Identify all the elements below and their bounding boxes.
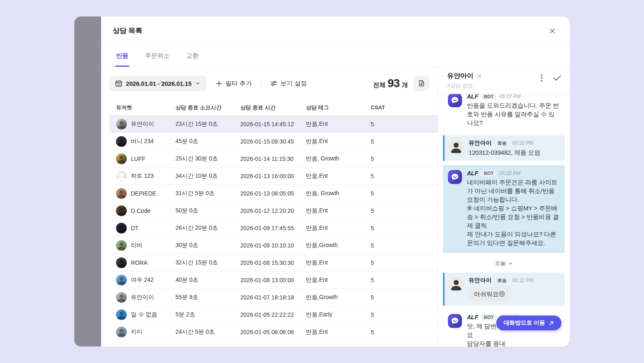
user-avatar	[116, 136, 127, 147]
ended-at-cell: 2026-01-13 16:00:00	[240, 173, 306, 179]
bot-message: ALFBOT05:22 PM네이버페이 주문건은 라룸 사이트가 아닌 네이버를…	[443, 165, 565, 253]
ended-at-cell: 2026-01-09 10:10:10	[240, 242, 306, 249]
csat-cell: 5	[371, 190, 438, 197]
user-name: 버니 234	[131, 138, 154, 145]
column-header-duration: 상담 종료 소요시간	[175, 104, 240, 111]
sender-badge: 회원	[495, 140, 509, 146]
userchat-cell: 지미	[109, 327, 175, 337]
export-button[interactable]	[414, 75, 429, 91]
user-name: 유얀이이	[131, 120, 154, 128]
message-text: 네이버페이 주문건은 라룸 사이트가 아닌 네이버를 통해 취소/반품 요청이 …	[467, 178, 560, 204]
close-icon[interactable]	[547, 26, 557, 36]
message-header: ALFBOT05:22 PM	[467, 170, 560, 177]
message-bubble: 아쉬워요😔	[469, 287, 511, 302]
table-row[interactable]: 하트 12334시간 10분 0초2026-01-13 16:00:00반품,E…	[109, 167, 438, 185]
message-text: 담당자를 응대	[467, 339, 560, 346]
ended-at-cell: 2026-01-09 17:45:55	[240, 225, 306, 231]
tab-exchange[interactable]: 교환	[186, 45, 199, 66]
table-row[interactable]: LUFF25시간 30분 0초2026-01-14 11:15:30반품, Gr…	[109, 150, 438, 167]
message-timestamp: 05:22 PM	[499, 170, 520, 176]
consultation-list-modal: 상담 목록 반품 주문취소 교환 2026.01.01 - 2026.01.15	[101, 16, 570, 346]
add-filter-button[interactable]: 필터 추가	[213, 77, 255, 90]
chat-date-divider[interactable]: 오늘	[443, 259, 565, 267]
ended-at-cell: 2026-01-05 06:06:06	[240, 329, 306, 335]
table-row[interactable]: 여우 24240분 0초2026-01-08 13:00:00반품,Ent5	[109, 271, 438, 289]
sender-name: ALF	[467, 314, 478, 321]
column-header-tags: 상담 태그	[306, 104, 371, 111]
table-row[interactable]: DT26시간 20분 0초2026-01-09 17:45:55반품,Ent5	[109, 219, 438, 237]
table-row[interactable]: 유얀이이55분 8초2026-01-07 18:18:18반품,Growth5	[109, 289, 438, 306]
tab-order-cancel[interactable]: 주문취소	[145, 45, 170, 66]
table-row[interactable]: 리버30분 0초2026-01-09 10:10:10반품,Growth5	[109, 237, 438, 254]
date-range-picker[interactable]: 2026.01.01 - 2026.01.15	[109, 75, 206, 91]
csat-cell: 5	[371, 121, 438, 127]
message-header: 유안아이회원05:22 PM	[469, 139, 560, 147]
date-range-value: 2026.01.01 - 2026.01.15	[126, 80, 192, 87]
tags-cell: 반품,Growth	[306, 242, 371, 249]
message-header: ALFBOT05:22 PM	[467, 94, 560, 100]
tab-returns[interactable]: 반품	[116, 45, 128, 66]
user-avatar	[116, 257, 127, 268]
tab-bar: 반품 주문취소 교환	[101, 45, 570, 67]
userchat-cell: 하트 123	[109, 171, 175, 182]
csat-cell: 5	[371, 138, 438, 145]
message-text: 제 안내가 도움이 되셨나요? 다른 문의가 있다면 질문해주세요.	[467, 230, 560, 247]
chat-panel: 유얀아이 #상담 설명	[438, 67, 570, 346]
column-header-ended-at: 상담 종료 시간	[240, 104, 306, 111]
toolbar-divider	[261, 79, 261, 88]
table-row[interactable]: DEPIEDE31시간 5분 0초2026-01-13 08:05:05반품, …	[109, 185, 438, 202]
sliders-icon	[270, 80, 277, 87]
user-avatar	[116, 188, 127, 199]
user-name: 알 수 없음	[131, 311, 157, 318]
tags-cell: 반품, Growth	[306, 190, 371, 197]
duration-cell: 25시간 30분 0초	[175, 155, 240, 163]
table-row[interactable]: 알 수 없음5분 2초2026-01-05 22:22:22반품,Early5	[109, 306, 438, 323]
table-row[interactable]: D.Code50분 0초2026-01-12 12:20:20반품,Ent5	[109, 202, 438, 219]
message-body: ALFBOT05:22 PM반품을 도와드리겠습니다. 주문 번호와 반품 사유…	[467, 94, 560, 127]
csat-cell: 5	[371, 242, 438, 249]
total-count: 전체 93 개	[373, 77, 408, 90]
goto-chatroom-button[interactable]: 대화방으로 이동	[496, 316, 561, 330]
chat-message-list[interactable]: ALFBOT05:22 PM반품을 도와드리겠습니다. 주문 번호와 반품 사유…	[438, 94, 570, 346]
message-body: 유안아이회원05:22 PM120312-039482, 제품 오염	[469, 139, 560, 157]
modal-content: 2026.01.01 - 2026.01.15 필터 추가	[101, 67, 570, 346]
userchat-cell: LUFF	[109, 153, 175, 164]
sender-name: ALF	[467, 170, 478, 177]
tags-cell: 반품,Early	[306, 311, 371, 318]
table-row[interactable]: 지미24시간 5분 0초2026-01-05 06:06:06반품,Ent5	[109, 323, 438, 341]
table-row[interactable]: 유얀이이23시간 15분 0초2026-01-15 14:45:12반품,Ent…	[109, 116, 438, 133]
column-header-userchat: 유저챗	[109, 104, 175, 111]
userchat-cell: 알 수 없음	[109, 309, 175, 320]
duration-cell: 32시간 15분 0초	[175, 259, 240, 266]
user-name: 지미	[131, 328, 142, 336]
consultation-table: 유저챗 상담 종료 소요시간 상담 종료 시간 상담 태그 CSAT 유얀이이2…	[109, 100, 438, 346]
duration-cell: 5분 2초	[175, 311, 240, 318]
ended-at-cell: 2026-01-12 12:20:20	[240, 207, 306, 214]
message-timestamp: 05:22 PM	[499, 94, 520, 99]
export-file-icon	[418, 80, 425, 87]
chat-user-avatar	[449, 277, 464, 292]
ended-at-cell: 2026-01-15 14:45:12	[240, 121, 306, 127]
duration-cell: 24시간 5분 0초	[175, 328, 240, 336]
check-icon[interactable]	[553, 75, 561, 81]
page-title: 상담 목록	[113, 26, 142, 35]
chat-close-icon[interactable]	[477, 73, 482, 79]
ended-at-cell: 2026-01-15 09:30:45	[240, 138, 306, 145]
user-avatar	[116, 223, 127, 233]
sender-badge: BOT	[481, 94, 496, 100]
csat-cell: 5	[371, 294, 438, 301]
message-text: 120312-039482, 제품 오염	[469, 148, 560, 157]
tags-cell: 반품,Ent	[306, 207, 371, 214]
kebab-menu-icon[interactable]	[541, 74, 542, 82]
csat-cell: 5	[371, 311, 438, 318]
view-settings-button[interactable]: 보기 설정	[267, 77, 310, 90]
chat-panel-header: 유얀아이 #상담 설명	[438, 67, 570, 94]
userchat-cell: RORA	[109, 257, 175, 268]
duration-cell: 50분 0초	[175, 207, 240, 214]
table-row[interactable]: 버니 23445분 0초2026-01-15 09:30:45반품,Ent5	[109, 133, 438, 150]
user-name: 유얀이이	[131, 294, 154, 301]
userchat-cell: DT	[109, 223, 175, 233]
modal-header: 상담 목록	[101, 16, 570, 45]
table-row[interactable]: RORA32시간 15분 0초2026-01-08 15:30:30반품,Ent…	[109, 254, 438, 271]
userchat-cell: 유얀이이	[109, 119, 175, 130]
